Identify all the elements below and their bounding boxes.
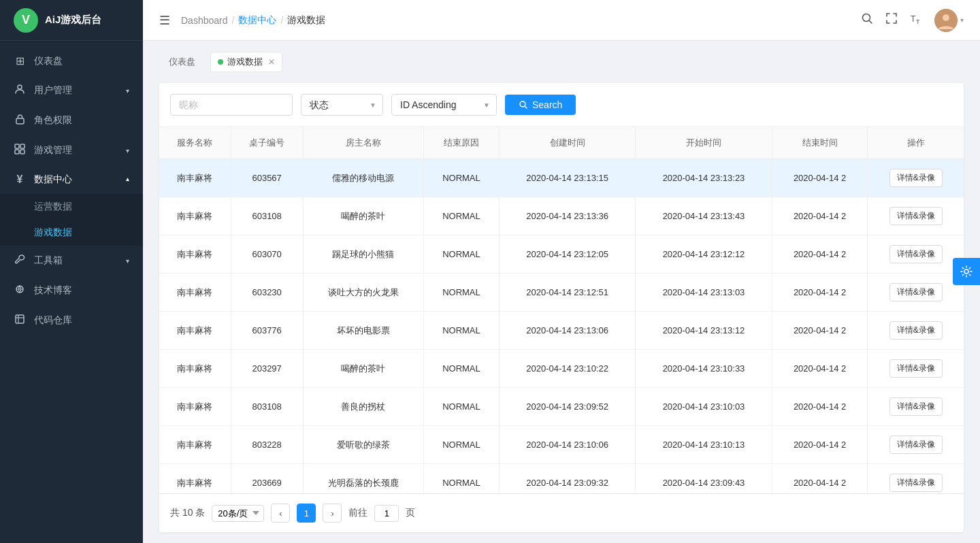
action-cell: 详情&录像 — [868, 312, 964, 350]
nickname-input[interactable] — [170, 94, 293, 116]
table-cell: 2020-04-14 23:09:43 — [636, 464, 772, 494]
chevron-down-icon: ▾ — [126, 257, 129, 265]
float-settings-button[interactable] — [953, 258, 980, 285]
sort-select[interactable]: ID Ascending ID Descending Time Ascendin… — [391, 94, 497, 116]
detail-button[interactable]: 详情&录像 — [889, 435, 943, 454]
status-select[interactable]: 状态 NORMAL ABNORMAL — [301, 94, 383, 116]
table-cell: NORMAL — [424, 274, 500, 312]
svg-rect-4 — [15, 150, 19, 154]
table-cell: 203669 — [231, 464, 303, 494]
chevron-up-icon: ▾ — [126, 176, 129, 184]
sidebar-item-ops-data[interactable]: 运营数据 — [0, 194, 143, 220]
main-content: ☰ Dashboard / 数据中心 / 游戏数据 TT ▾ — [143, 0, 980, 543]
table-row: 南丰麻将603230谈吐大方的火龙果NORMAL2020-04-14 23:12… — [159, 274, 964, 312]
table-cell: 光明磊落的长颈鹿 — [303, 464, 423, 494]
action-cell: 详情&录像 — [868, 426, 964, 464]
tab-close-icon[interactable]: ✕ — [268, 57, 275, 67]
table-cell: 2020-04-14 2 — [772, 159, 868, 197]
breadcrumb-dashboard[interactable]: Dashboard — [181, 15, 228, 26]
avatar — [934, 9, 958, 32]
sidebar-item-role-perm[interactable]: 角色权限 — [0, 105, 143, 135]
fullscreen-icon[interactable] — [885, 12, 898, 28]
detail-button[interactable]: 详情&录像 — [889, 283, 943, 301]
table-cell: 2020-04-14 23:10:03 — [636, 388, 772, 426]
detail-button[interactable]: 详情&录像 — [889, 245, 943, 263]
table-cell: 603567 — [231, 159, 303, 197]
table-body: 南丰麻将603567儒雅的移动电源NORMAL2020-04-14 23:13:… — [159, 159, 964, 494]
detail-button[interactable]: 详情&录像 — [889, 359, 943, 378]
table-cell: 南丰麻将 — [159, 350, 231, 388]
table-row: 南丰麻将203669光明磊落的长颈鹿NORMAL2020-04-14 23:09… — [159, 464, 964, 494]
sidebar-item-data-center[interactable]: ¥ 数据中心 ▾ — [0, 165, 143, 194]
prev-page-button[interactable]: ‹ — [271, 504, 290, 523]
sidebar-item-game-mgmt[interactable]: 游戏管理 ▾ — [0, 135, 143, 165]
table-scroll[interactable]: 服务名称 桌子编号 房主名称 结束原因 创建时间 开始时间 结束时间 操作 南丰… — [159, 127, 964, 493]
svg-rect-5 — [20, 150, 24, 154]
table-header: 服务名称 桌子编号 房主名称 结束原因 创建时间 开始时间 结束时间 操作 — [159, 127, 964, 159]
sidebar-item-game-data[interactable]: 游戏数据 — [0, 220, 143, 246]
table-cell: 2020-04-14 2 — [772, 388, 868, 426]
svg-rect-7 — [16, 315, 24, 323]
search-header-icon[interactable] — [861, 12, 873, 28]
detail-button[interactable]: 详情&录像 — [889, 321, 943, 340]
tab-dashboard[interactable]: 仪表盘 — [159, 52, 205, 72]
sidebar-item-label: 数据中心 — [34, 174, 72, 186]
status-select-wrap: 状态 NORMAL ABNORMAL — [301, 94, 383, 116]
table-cell: 2020-04-14 23:09:52 — [499, 388, 635, 426]
detail-button[interactable]: 详情&录像 — [889, 207, 943, 225]
sidebar-item-code-repo[interactable]: 代码仓库 — [0, 306, 143, 335]
table-cell: 603776 — [231, 312, 303, 350]
col-reason: 结束原因 — [424, 127, 500, 159]
next-page-button[interactable]: › — [323, 504, 342, 523]
ops-data-label: 运营数据 — [34, 201, 72, 213]
table-cell: 2020-04-14 23:13:36 — [499, 197, 635, 235]
sidebar-item-user-mgmt[interactable]: 用户管理 ▾ — [0, 76, 143, 105]
table-cell: 喝醉的茶叶 — [303, 197, 423, 235]
table-cell: 谈吐大方的火龙果 — [303, 274, 423, 312]
table-row: 南丰麻将603776坏坏的电影票NORMAL2020-04-14 23:13:0… — [159, 312, 964, 350]
table-cell: 2020-04-14 23:10:33 — [636, 350, 772, 388]
table-cell: 2020-04-14 23:13:06 — [499, 312, 635, 350]
page-goto-input[interactable] — [374, 505, 399, 522]
tab-label: 游戏数据 — [227, 56, 263, 68]
table-cell: 603230 — [231, 274, 303, 312]
sidebar-item-toolbox[interactable]: 工具箱 ▾ — [0, 246, 143, 276]
page-1-button[interactable]: 1 — [297, 504, 316, 523]
action-cell: 详情&录像 — [868, 388, 964, 426]
sidebar-item-dashboard[interactable]: ⊞ 仪表盘 — [0, 46, 143, 76]
game-icon — [14, 144, 26, 157]
table-cell: 喝醉的茶叶 — [303, 350, 423, 388]
font-size-icon[interactable]: TT — [910, 12, 922, 28]
svg-rect-2 — [15, 144, 19, 148]
svg-rect-1 — [16, 118, 24, 124]
tab-game-data[interactable]: 游戏数据 ✕ — [210, 52, 282, 72]
sort-select-wrap: ID Ascending ID Descending Time Ascendin… — [391, 94, 497, 116]
sidebar-item-label: 角色权限 — [34, 114, 72, 127]
page-label: 页 — [406, 507, 415, 519]
repo-icon — [14, 314, 26, 327]
game-data-label: 游戏数据 — [34, 227, 72, 239]
search-button[interactable]: Search — [505, 95, 576, 115]
pagination: 共 10 条 10条/页 20条/页 50条/页 ‹ 1 › 前往 页 — [159, 493, 964, 532]
table-cell: 南丰麻将 — [159, 235, 231, 274]
table-row: 南丰麻将803228爱听歌的绿茶NORMAL2020-04-14 23:10:0… — [159, 426, 964, 464]
sidebar-nav: ⊞ 仪表盘 用户管理 ▾ 角色权限 — [0, 41, 143, 543]
svg-point-0 — [18, 85, 22, 89]
table-cell: 2020-04-14 2 — [772, 426, 868, 464]
page-size-select[interactable]: 10条/页 20条/页 50条/页 — [212, 505, 264, 522]
breadcrumb-data-center[interactable]: 数据中心 — [238, 14, 276, 27]
user-avatar-wrap[interactable]: ▾ — [934, 9, 964, 32]
table-cell: NORMAL — [424, 388, 500, 426]
total-count: 共 10 条 — [170, 507, 205, 519]
table-cell: 803228 — [231, 426, 303, 464]
menu-toggle-icon[interactable]: ☰ — [159, 13, 170, 28]
table-cell: 踢足球的小熊猫 — [303, 235, 423, 274]
detail-button[interactable]: 详情&录像 — [889, 169, 943, 187]
col-table-no: 桌子编号 — [231, 127, 303, 159]
data-table: 服务名称 桌子编号 房主名称 结束原因 创建时间 开始时间 结束时间 操作 南丰… — [159, 127, 964, 493]
detail-button[interactable]: 详情&录像 — [889, 474, 943, 492]
action-cell: 详情&录像 — [868, 350, 964, 388]
header: ☰ Dashboard / 数据中心 / 游戏数据 TT ▾ — [143, 0, 980, 41]
detail-button[interactable]: 详情&录像 — [889, 397, 943, 416]
sidebar-item-tech-blog[interactable]: 技术博客 — [0, 276, 143, 306]
